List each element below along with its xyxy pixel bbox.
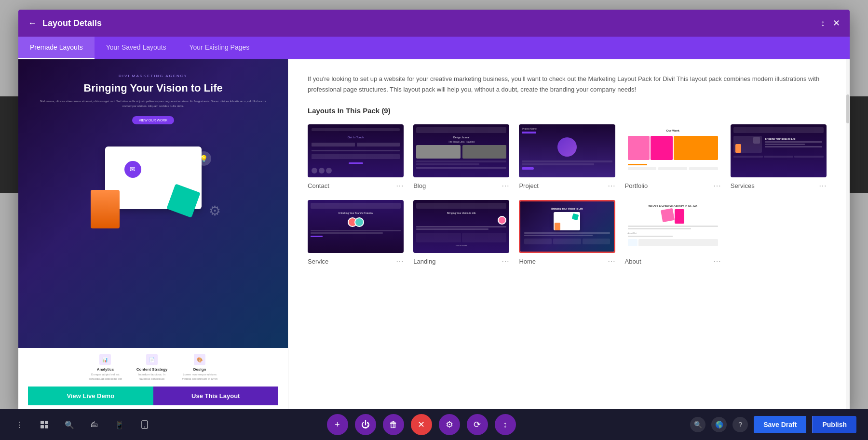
layout-card-home[interactable]: Bringing Your Vision to Life (519, 200, 615, 266)
close-button[interactable]: ✕ (411, 414, 432, 435)
design-icon: 🎨 (194, 354, 205, 365)
search-right-icon[interactable]: 🔍 (690, 417, 705, 432)
layout-thumbnail-home: Bringing Your Vision to Life (519, 200, 615, 253)
add-button[interactable]: + (327, 414, 348, 435)
content-icon: 📄 (146, 354, 158, 365)
search-toolbar-icon[interactable]: 🔍 (62, 417, 77, 432)
layout-footer-home: Home ⋯ (519, 257, 615, 266)
thumb-about-shapes (628, 209, 718, 224)
thumb-services-title: Bringing Your Ideas to Life (765, 137, 822, 140)
layout-card-contact[interactable]: Get In Touch (308, 124, 404, 190)
thumb-home-bar1 (524, 232, 610, 234)
illus-gear: ⚙ (209, 203, 221, 219)
layout-card-blog[interactable]: Design Journal The Road Less Traveled (413, 124, 509, 190)
thumb-services-bg: Bringing Your Ideas to Life (731, 124, 827, 177)
layout-card-about[interactable]: We Are a Creative Agency In SF, CA About… (625, 200, 721, 266)
thumb-project-circle (522, 137, 612, 157)
scrollbar[interactable] (846, 59, 850, 411)
thumb-service-title: Unlocking Your Brand's Potential (311, 212, 401, 214)
tab-existing-pages[interactable]: Your Existing Pages (178, 37, 261, 59)
publish-button[interactable]: Publish (812, 416, 856, 433)
thumb-project-btn (522, 167, 534, 170)
svg-rect-0 (41, 421, 44, 424)
layout-more-landing[interactable]: ⋯ (502, 257, 509, 266)
svg-rect-3 (45, 425, 48, 428)
thumb-contact-fields (312, 143, 400, 147)
layout-more-about[interactable]: ⋯ (713, 257, 721, 266)
thumb-landing-title: Bringing Your Vision to Life (416, 212, 506, 214)
back-icon[interactable]: ← (28, 18, 37, 28)
tab-premade-layouts[interactable]: Premade Layouts (18, 37, 95, 59)
thumb-service-cta (311, 236, 323, 237)
thumb-contact-bg: Get In Touch (308, 124, 404, 177)
stat-design-desc: Lorem non tempor ultricesfringilla sed p… (182, 373, 217, 381)
layout-thumbnail-landing: Bringing Your Vision to Life (413, 200, 509, 253)
layout-icon[interactable] (37, 417, 52, 432)
thumb-services-header (733, 127, 824, 133)
layout-footer-portfolio: Portfolio ⋯ (625, 181, 721, 190)
layout-thumbnail-service: Unlocking Your Brand's Potential (308, 200, 404, 253)
thumb-blog-text2 (416, 163, 479, 165)
thumb-about-illus (628, 239, 718, 246)
layout-more-services[interactable]: ⋯ (819, 181, 827, 190)
thumb-blog-header (416, 127, 506, 133)
illus-bulb: 💡 (197, 151, 211, 166)
bottom-toolbar: ⋮ 🔍 🖮 📱 + ⏻ 🗑 (0, 409, 868, 440)
thumb-service-bar2 (311, 232, 383, 234)
adjust-button[interactable]: ↕ (495, 414, 516, 435)
analytics-icon: 📊 (99, 354, 111, 365)
stat-content: 📄 Content Strategy Interdum faucibus. In… (136, 354, 167, 381)
layout-more-service[interactable]: ⋯ (396, 257, 404, 266)
layout-more-blog[interactable]: ⋯ (502, 181, 509, 190)
layout-name-services: Services (731, 182, 755, 189)
thumb-service-avatar (311, 217, 401, 227)
thumb-project-text2 (522, 163, 594, 165)
close-icon[interactable]: ✕ (833, 18, 840, 28)
sort-icon[interactable]: ↕ (821, 18, 825, 28)
trash-button[interactable]: 🗑 (383, 414, 404, 435)
layout-card-service[interactable]: Unlocking Your Brand's Potential (308, 200, 404, 266)
modal-body: DIVI MARKETING AGENCY Bringing Your Visi… (18, 59, 850, 411)
thumb-about-divi: About Divi (628, 232, 718, 234)
layout-footer-service: Service ⋯ (308, 257, 404, 266)
layout-more-portfolio[interactable]: ⋯ (713, 181, 721, 190)
portfolio-bar (628, 164, 647, 165)
description-text: If you're looking to set up a website fo… (308, 74, 827, 95)
power-button[interactable]: ⏻ (355, 414, 376, 435)
layout-thumbnail-services: Bringing Your Ideas to Life (731, 124, 827, 177)
save-draft-button[interactable]: Save Draft (754, 416, 806, 433)
menu-icon[interactable]: ⋮ (12, 417, 27, 432)
settings-button[interactable]: ⚙ (439, 414, 460, 435)
help-icon[interactable]: ? (732, 417, 748, 432)
view-work-btn[interactable]: VIEW OUR WORK (132, 116, 174, 124)
layout-card-project[interactable]: Project Name Project (519, 124, 615, 190)
thumb-landing-bar1 (416, 226, 506, 227)
tab-saved-layouts[interactable]: Your Saved Layouts (95, 37, 178, 59)
svg-rect-1 (45, 421, 48, 424)
layout-name-project: Project (519, 182, 538, 189)
thumb-home-devices (524, 212, 610, 230)
desktop-icon[interactable]: 🖮 (87, 417, 102, 432)
thumb-about-bar1 (628, 226, 718, 227)
history-button[interactable]: ⟳ (467, 414, 488, 435)
thumb-portfolio-bg: Our Work (625, 124, 721, 177)
layout-more-home[interactable]: ⋯ (608, 257, 615, 266)
thumb-landing-section (416, 233, 506, 242)
tablet-icon[interactable]: 📱 (112, 417, 127, 432)
layout-name-home: Home (519, 258, 536, 265)
globe-icon[interactable]: 🌎 (711, 417, 727, 432)
use-layout-button[interactable]: Use This Layout (153, 387, 279, 405)
thumb-project-label: Project Name (522, 127, 612, 130)
mobile-icon[interactable] (137, 417, 152, 432)
modal-header: ← Layout Details ↕ ✕ (18, 10, 850, 37)
layout-card-services[interactable]: Bringing Your Ideas to Life (731, 124, 827, 190)
layout-more-contact[interactable]: ⋯ (396, 181, 404, 190)
portfolio-rows (628, 167, 718, 170)
thumb-about-bar3 (628, 236, 673, 237)
thumb-service-bg: Unlocking Your Brand's Potential (308, 200, 404, 253)
layout-more-project[interactable]: ⋯ (608, 181, 615, 190)
layout-card-portfolio[interactable]: Our Work (625, 124, 721, 190)
thumb-blog-bg: Design Journal The Road Less Traveled (413, 124, 509, 177)
layout-card-landing[interactable]: Bringing Your Vision to Life (413, 200, 509, 266)
live-demo-button[interactable]: View Live Demo (28, 387, 153, 405)
